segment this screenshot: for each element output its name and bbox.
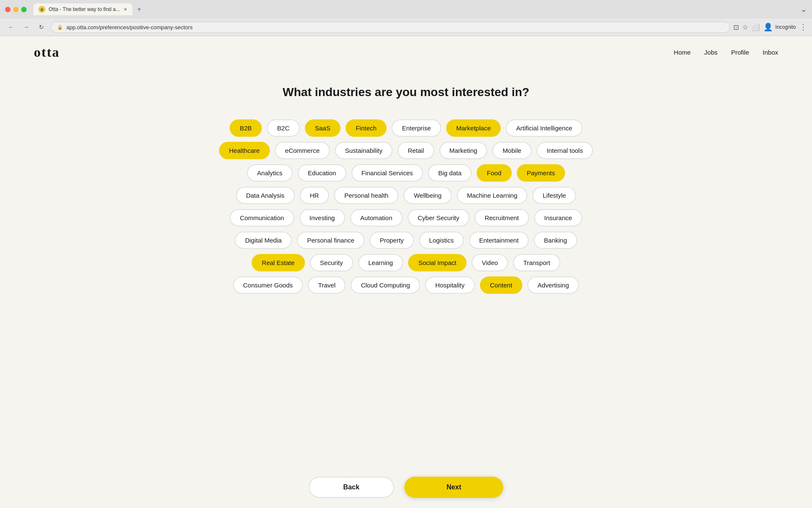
tab-close-button[interactable]: ✕ <box>123 7 127 12</box>
menu-icon[interactable]: ⋮ <box>799 22 807 32</box>
tag-artificial-intelligence[interactable]: Artificial Intelligence <box>506 119 582 137</box>
tag-content[interactable]: Content <box>480 276 523 294</box>
tag-education[interactable]: Education <box>298 164 346 182</box>
url-text: app.otta.com/preferences/positive-compan… <box>66 24 192 30</box>
tab-favicon: o <box>38 6 45 13</box>
reload-button[interactable]: ↻ <box>36 21 47 33</box>
tag-communication[interactable]: Communication <box>230 209 294 226</box>
tag-video[interactable]: Video <box>472 254 508 271</box>
browser-chrome: o Otta - The better way to find a... ✕ +… <box>0 0 812 36</box>
main-nav: Home Jobs Profile Inbox <box>674 49 778 56</box>
incognito-label: Incognito <box>775 24 796 30</box>
logo[interactable]: otta <box>34 44 60 60</box>
cast-icon[interactable]: ⊡ <box>733 23 739 31</box>
tag-b2c[interactable]: B2C <box>267 119 299 137</box>
tag-wellbeing[interactable]: Wellbeing <box>403 187 452 204</box>
next-button-footer[interactable]: Next <box>404 477 504 498</box>
tag-personal-health[interactable]: Personal health <box>334 187 398 204</box>
bookmark-icon[interactable]: ☆ <box>742 23 748 31</box>
tag-property[interactable]: Property <box>370 232 414 249</box>
browser-titlebar: o Otta - The better way to find a... ✕ +… <box>0 0 812 19</box>
tag-insurance[interactable]: Insurance <box>534 209 582 226</box>
nav-inbox[interactable]: Inbox <box>763 49 778 56</box>
browser-tab[interactable]: o Otta - The better way to find a... ✕ <box>33 3 132 15</box>
extensions-icon[interactable]: ⬜ <box>752 23 760 31</box>
close-dot[interactable] <box>5 7 11 12</box>
tag-cyber-security[interactable]: Cyber Security <box>408 209 469 226</box>
tag-food[interactable]: Food <box>477 164 511 182</box>
tag-sustainability[interactable]: Sustainability <box>335 142 392 159</box>
tag-travel[interactable]: Travel <box>308 276 346 294</box>
tag-investing[interactable]: Investing <box>299 209 345 226</box>
browser-dots <box>5 7 27 12</box>
lock-icon: 🔒 <box>57 25 63 30</box>
tag-marketing[interactable]: Marketing <box>439 142 488 159</box>
tag-logistics[interactable]: Logistics <box>419 232 464 249</box>
tag-retail[interactable]: Retail <box>398 142 434 159</box>
maximize-dot[interactable] <box>21 7 27 12</box>
tag-automation[interactable]: Automation <box>350 209 403 226</box>
tag-consumer-goods[interactable]: Consumer Goods <box>233 276 303 294</box>
nav-jobs[interactable]: Jobs <box>704 49 718 56</box>
tag-cloud-computing[interactable]: Cloud Computing <box>351 276 420 294</box>
tag-transport[interactable]: Transport <box>513 254 560 271</box>
tag-saas[interactable]: SaaS <box>305 119 341 137</box>
browser-toolbar: ← → ↻ 🔒 app.otta.com/preferences/positiv… <box>0 19 812 36</box>
tag-ecommerce[interactable]: eCommerce <box>275 142 330 159</box>
tag-internal-tools[interactable]: Internal tools <box>537 142 593 159</box>
forward-button[interactable]: → <box>20 21 32 33</box>
tag-enterprise[interactable]: Enterprise <box>392 119 441 137</box>
browser-actions: ⊡ ☆ ⬜ 👤 Incognito ⋮ <box>733 22 807 32</box>
back-button[interactable]: ← <box>5 21 17 33</box>
tag-hospitality[interactable]: Hospitality <box>425 276 475 294</box>
tag-mobile[interactable]: Mobile <box>492 142 531 159</box>
tag-digital-media[interactable]: Digital Media <box>235 232 292 249</box>
address-bar[interactable]: 🔒 app.otta.com/preferences/positive-comp… <box>51 22 730 33</box>
nav-home[interactable]: Home <box>674 49 691 56</box>
tag-recruitment[interactable]: Recruitment <box>475 209 529 226</box>
tag-banking[interactable]: Banking <box>534 232 577 249</box>
tag-fintech[interactable]: Fintech <box>346 119 387 137</box>
tag-machine-learning[interactable]: Machine Learning <box>457 187 527 204</box>
tag-advertising[interactable]: Advertising <box>527 276 579 294</box>
tabs-list-button[interactable]: ⌄ <box>801 5 807 14</box>
tab-title: Otta - The better way to find a... <box>49 6 120 12</box>
incognito-badge[interactable]: 👤 Incognito <box>763 22 796 32</box>
tag-marketplace[interactable]: Marketplace <box>446 119 501 137</box>
tag-real-estate[interactable]: Real Estate <box>252 254 305 271</box>
tag-b2b[interactable]: B2B <box>230 119 262 137</box>
tag-lifestyle[interactable]: Lifestyle <box>532 187 576 204</box>
tag-big-data[interactable]: Big data <box>428 164 472 182</box>
tag-security[interactable]: Security <box>310 254 353 271</box>
tag-social-impact[interactable]: Social Impact <box>408 254 466 271</box>
page-title: What industries are you most interested … <box>211 86 601 99</box>
tag-learning[interactable]: Learning <box>358 254 403 271</box>
tag-hr[interactable]: HR <box>300 187 329 204</box>
tags-container: B2BB2CSaaSFintechEnterpriseMarketplaceAr… <box>216 119 596 294</box>
back-button-footer[interactable]: Back <box>309 477 394 498</box>
minimize-dot[interactable] <box>13 7 19 12</box>
new-tab-button[interactable]: + <box>137 6 141 13</box>
tag-entertainment[interactable]: Entertainment <box>469 232 529 249</box>
tag-financial-services[interactable]: Financial Services <box>351 164 423 182</box>
main-content: What industries are you most interested … <box>203 69 609 345</box>
tag-personal-finance[interactable]: Personal finance <box>297 232 365 249</box>
nav-profile[interactable]: Profile <box>731 49 749 56</box>
tag-payments[interactable]: Payments <box>517 164 565 182</box>
app-header: otta Home Jobs Profile Inbox <box>0 36 812 69</box>
tag-data-analysis[interactable]: Data Analysis <box>236 187 295 204</box>
tag-healthcare[interactable]: Healthcare <box>219 142 270 159</box>
bottom-nav: Back Next <box>0 470 812 508</box>
tag-analytics[interactable]: Analytics <box>247 164 293 182</box>
